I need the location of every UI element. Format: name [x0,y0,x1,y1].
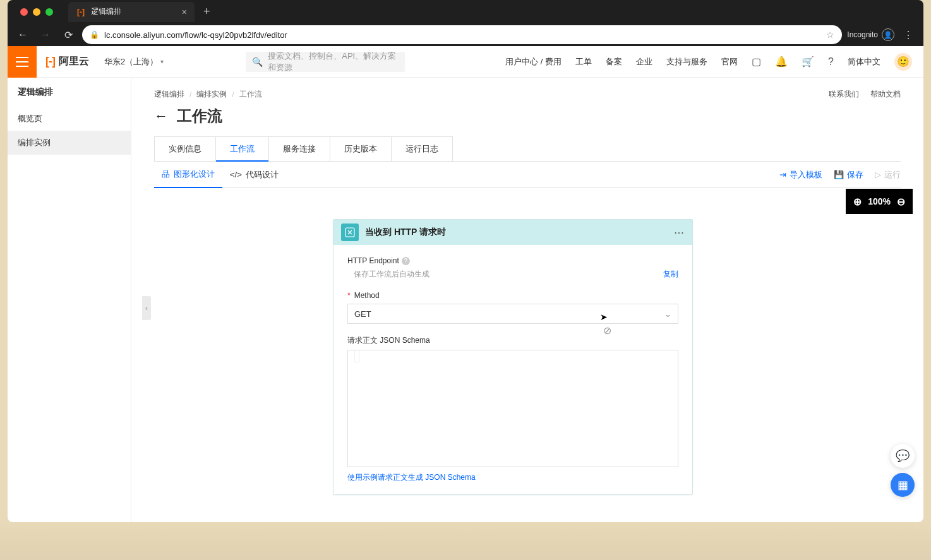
canvas[interactable]: ‹ ⊕ 100% ⊖ 当收到 HTTP 请求时 ⋯ [154,188,901,516]
subtab-code[interactable]: </> 代码设计 [222,162,286,188]
tab-history[interactable]: 历史版本 [330,136,392,161]
node-body: HTTP Endpoint ? 保存工作流后自动生成 复制 * Method [333,245,692,494]
required-mark: * [347,291,351,300]
aliyun-logo[interactable]: [-] 阿里云 [37,55,98,68]
bookmark-icon[interactable]: ☆ [826,30,834,40]
help-doc-link[interactable]: 帮助文档 [870,89,901,100]
new-tab-button[interactable]: + [195,5,219,18]
close-window-button[interactable] [20,8,28,16]
nav-official[interactable]: 官网 [721,56,738,68]
method-value: GET [354,309,371,319]
chat-fab[interactable]: 💬 [891,444,915,468]
logo-text: 阿里云 [59,55,89,68]
zoom-control: ⊕ 100% ⊖ [846,189,913,214]
browser-menu-icon[interactable]: ⋮ [899,29,917,41]
subtab-graphical[interactable]: 品 图形化设计 [154,162,222,188]
crumb-current: 工作流 [239,89,262,100]
endpoint-label-text: HTTP Endpoint [347,256,399,265]
page-title-row: ← 工作流 [154,104,901,136]
nav-tickets[interactable]: 工单 [575,56,592,68]
incognito-label: Incognito [847,30,878,39]
logo-mark-icon: [-] [45,55,55,68]
console-search[interactable]: 🔍 搜索文档、控制台、API、解决方案和资源 [246,52,405,72]
generate-schema-link[interactable]: 使用示例请求正文生成 JSON Schema [347,472,678,483]
sidebar-title: 逻辑编排 [8,86,131,107]
main-tabs: 实例信息 工作流 服务连接 历史版本 运行日志 [154,136,901,162]
save-button[interactable]: 💾 保存 [834,169,863,181]
lock-icon: 🔒 [90,30,99,39]
maximize-window-button[interactable] [45,8,53,16]
node-header[interactable]: 当收到 HTTP 请求时 ⋯ [333,220,692,245]
apps-icon: ▦ [898,478,908,492]
window-controls [14,8,59,16]
save-icon: 💾 [834,170,844,179]
node-menu-icon[interactable]: ⋯ [674,227,685,239]
url-text: lc.console.aliyun.com/flow/lc-qsyl20pvb2… [104,30,821,40]
trigger-node[interactable]: 当收到 HTTP 请求时 ⋯ HTTP Endpoint ? 保存工作流后自动生… [333,219,693,495]
tab-service-connect[interactable]: 服务连接 [268,136,330,161]
address-bar[interactable]: 🔒 lc.console.aliyun.com/flow/lc-qsyl20pv… [82,25,842,44]
sidebar-collapse-handle[interactable]: ‹ [142,296,151,320]
run-button[interactable]: ▷ 运行 [875,169,901,181]
tab-workflow[interactable]: 工作流 [215,136,269,161]
contact-link[interactable]: 联系我们 [829,89,859,100]
subtab-graphical-label: 图形化设计 [174,169,215,180]
schema-label: 请求正文 JSON Schema [347,335,678,346]
help-tip-icon[interactable]: ? [402,257,410,265]
apps-fab[interactable]: ▦ [891,473,915,497]
bell-icon[interactable]: 🔔 [775,56,788,68]
help-icon[interactable]: ? [828,56,834,68]
schema-textarea[interactable] [347,350,678,467]
zoom-in-icon[interactable]: ⊕ [853,196,862,208]
nav-support[interactable]: 支持与服务 [666,56,707,68]
browser-tab[interactable]: [-] 逻辑编排 × [68,2,195,22]
cart-icon[interactable]: 🛒 [802,56,814,68]
import-icon: ⇥ [779,170,786,179]
tab-favicon: [-] [76,7,86,17]
zoom-level: 100% [868,196,891,206]
toolbar: ← → ⟳ 🔒 lc.console.aliyun.com/flow/lc-qs… [8,23,923,46]
design-subtabs: 品 图形化设计 </> 代码设计 ⇥ 导入模板 💾 保存 [154,162,901,188]
crumb-instance[interactable]: 编排实例 [196,89,227,100]
breadcrumb: 逻辑编排 / 编排实例 / 工作流 [154,78,901,104]
endpoint-value: 保存工作流后自动生成 [347,269,663,280]
copy-button[interactable]: 复制 [663,269,678,280]
code-icon: </> [230,170,242,179]
chat-icon: 💬 [896,449,910,463]
nav-filing[interactable]: 备案 [606,56,622,68]
sidebar: 逻辑编排 概览页 编排实例 [8,78,131,522]
sidebar-item-instance[interactable]: 编排实例 [8,131,131,155]
import-template-button[interactable]: ⇥ 导入模板 [779,169,822,181]
header-nav: 用户中心 / 费用 工单 备案 企业 支持与服务 官网 ▢ 🔔 🛒 ? 简体中文… [505,53,923,71]
back-arrow-icon[interactable]: ← [154,108,168,124]
terminal-icon[interactable]: ▢ [752,56,761,68]
subtab-code-label: 代码设计 [246,169,279,181]
minimize-window-button[interactable] [33,8,40,16]
hamburger-icon [16,57,28,67]
menu-button[interactable] [8,46,37,78]
method-label-row: * Method [347,291,678,300]
language-selector[interactable]: 简体中文 [848,56,880,68]
sidebar-item-overview[interactable]: 概览页 [8,107,131,131]
method-select[interactable]: GET ⌄ [347,304,678,324]
nav-user-center[interactable]: 用户中心 / 费用 [505,56,562,68]
back-button[interactable]: ← [14,29,32,40]
region-selector[interactable]: 华东2（上海） ▾ [98,56,170,68]
zoom-out-icon[interactable]: ⊖ [897,196,905,208]
reload-button[interactable]: ⟳ [59,29,77,41]
forward-button[interactable]: → [37,29,54,40]
search-icon: 🔍 [252,57,263,67]
endpoint-row: 保存工作流后自动生成 复制 [347,269,678,280]
region-label: 华东2（上海） [104,56,158,68]
nav-enterprise[interactable]: 企业 [636,56,652,68]
avatar[interactable]: 🙂 [894,53,912,71]
tab-instance-info[interactable]: 实例信息 [154,136,216,161]
header-links: 联系我们 帮助文档 [829,89,901,100]
tab-run-log[interactable]: 运行日志 [391,136,453,161]
content-area: 逻辑编排 / 编排实例 / 工作流 联系我们 帮助文档 ← 工作流 实例信息 工… [131,78,923,522]
tab-close-icon[interactable]: × [182,7,187,17]
page-title: 工作流 [177,106,222,126]
crumb-root[interactable]: 逻辑编排 [154,89,184,100]
graphical-icon: 品 [162,169,170,180]
incognito-indicator: Incognito 👤 [847,28,894,41]
